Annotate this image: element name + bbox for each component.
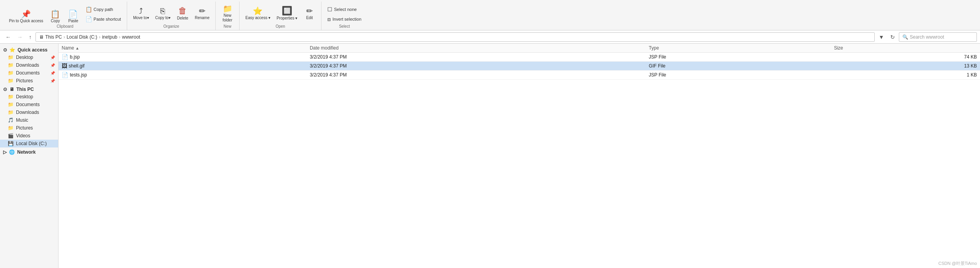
ribbon-section-clipboard: 📌 Pin to Quick access 📋 Copy 📄 Paste 📋 C…	[3, 2, 127, 30]
desktop-folder-icon: 📁	[8, 55, 14, 60]
this-pc-icon: 🖥	[9, 87, 14, 92]
copy-to-label: Copy to▾	[155, 16, 170, 20]
move-to-label: Move to▾	[133, 16, 149, 20]
sidebar-item-documents-pc[interactable]: 📁 Documents	[0, 101, 58, 108]
rename-icon: ✏	[199, 7, 206, 15]
new-folder-icon: 📁	[223, 5, 233, 12]
this-pc-expand-icon: ⊙	[3, 87, 7, 92]
file-name-cell: 📄 b.jsp	[59, 53, 307, 62]
col-name[interactable]: Name ▲	[59, 44, 307, 53]
organize-section-label: Organize	[127, 24, 215, 28]
desktop-quick-label: Desktop	[16, 55, 33, 60]
new-folder-label: Newfolder	[222, 13, 232, 23]
pc-downloads-icon: 📁	[8, 110, 14, 115]
paste-icon: 📄	[68, 10, 78, 18]
downloads-folder-icon: 📁	[8, 62, 14, 68]
sidebar-header-this-pc[interactable]: ⊙ 🖥 This PC	[0, 85, 58, 93]
invert-selection-icon: ⧈	[327, 16, 331, 23]
invert-selection-label: Invert selection	[332, 17, 361, 21]
rename-button[interactable]: ✏ Rename	[192, 3, 212, 24]
refresh-button[interactable]: ↻	[888, 32, 897, 42]
file-icon-testsjsp: 📄	[62, 72, 68, 78]
table-row[interactable]: 📄 b.jsp 3/2/2019 4:37 PM JSP File 74 KB	[59, 53, 980, 62]
documents-folder-icon: 📁	[8, 70, 14, 76]
pc-desktop-icon: 📁	[8, 94, 14, 99]
pc-music-label: Music	[16, 117, 28, 123]
ribbon: 📌 Pin to Quick access 📋 Copy 📄 Paste 📋 C…	[0, 0, 980, 30]
easy-access-button[interactable]: ⭐ Easy access ▾	[243, 3, 273, 24]
delete-button[interactable]: 🗑 Delete	[174, 3, 191, 24]
file-table-header-row: Name ▲ Date modified Type Size	[59, 44, 980, 53]
quick-access-expand-icon: ⊙	[3, 47, 7, 53]
sidebar-item-local-disk[interactable]: 💾 Local Disk (C:)	[0, 140, 58, 147]
table-row[interactable]: 🖼 shell.gif 3/2/2019 4:37 PM GIF File 13…	[59, 62, 980, 71]
address-bar: ← → ↑ 🖥 This PC › Local Disk (C:) › inet…	[0, 30, 980, 44]
properties-button[interactable]: 🔲 Properties ▾	[274, 3, 300, 24]
search-placeholder: Search wwwroot	[910, 34, 944, 40]
sidebar-item-videos-pc[interactable]: 🎬 Videos	[0, 132, 58, 140]
move-to-button[interactable]: ⤴ Move to▾	[130, 3, 152, 24]
move-to-icon: ⤴	[139, 7, 143, 15]
sidebar-item-downloads-quick[interactable]: 📁 Downloads 📌	[0, 61, 58, 69]
copy-to-icon: ⎘	[160, 7, 165, 15]
watermark: CSDN @叶景TiAmo	[938, 261, 977, 266]
copy-path-label: Copy path	[94, 7, 113, 12]
search-box[interactable]: 🔍 Search wwwroot	[899, 32, 977, 42]
sidebar-item-desktop-quick[interactable]: 📁 Desktop 📌	[0, 53, 58, 61]
file-type-testsjsp: JSP File	[646, 71, 831, 80]
file-size-shellgif: 13 KB	[831, 62, 980, 71]
delete-label: Delete	[177, 16, 188, 21]
search-icon: 🔍	[902, 34, 908, 40]
pc-downloads-label: Downloads	[16, 110, 39, 115]
sidebar-item-downloads-pc[interactable]: 📁 Downloads	[0, 108, 58, 116]
sidebar-item-pictures-quick[interactable]: 📁 Pictures 📌	[0, 77, 58, 85]
sidebar-item-desktop-pc[interactable]: 📁 Desktop	[0, 93, 58, 101]
network-icon: 🌐	[9, 149, 15, 155]
col-type[interactable]: Type	[646, 44, 831, 53]
copy-path-button[interactable]: 📋 Copy path	[83, 5, 124, 14]
local-disk-label: Local Disk (C:)	[16, 141, 47, 146]
ribbon-section-open: ⭐ Easy access ▾ 🔲 Properties ▾ ✏ Edit Op…	[240, 2, 321, 30]
sidebar-header-quick-access[interactable]: ⊙ ⭐ Quick access	[0, 45, 58, 53]
file-size-testsjsp: 1 KB	[831, 71, 980, 80]
paste-shortcut-button[interactable]: 📄 Paste shortcut	[83, 14, 124, 24]
file-size-bjsp: 74 KB	[831, 53, 980, 62]
paste-shortcut-label: Paste shortcut	[94, 17, 121, 21]
path-part-4: wwwroot	[122, 34, 140, 40]
desktop-pin-icon: 📌	[50, 55, 55, 60]
select-none-icon: ☐	[327, 6, 332, 12]
new-folder-button[interactable]: 📁 Newfolder	[219, 3, 236, 24]
pc-desktop-label: Desktop	[16, 94, 33, 99]
file-date-testsjsp: 3/2/2019 4:37 PM	[307, 71, 646, 80]
col-date[interactable]: Date modified	[307, 44, 646, 53]
address-path[interactable]: 🖥 This PC › Local Disk (C:) › inetpub › …	[36, 32, 875, 42]
copy-to-button[interactable]: ⎘ Copy to▾	[153, 3, 173, 24]
pictures-folder-icon: 📁	[8, 78, 14, 83]
sidebar-header-network[interactable]: ▷ 🌐 Network	[0, 147, 58, 156]
pc-music-icon: 🎵	[8, 117, 14, 123]
documents-quick-label: Documents	[16, 70, 40, 76]
easy-access-label: Easy access ▾	[245, 16, 270, 20]
col-date-label: Date modified	[310, 45, 339, 51]
sidebar-item-documents-quick[interactable]: 📁 Documents 📌	[0, 69, 58, 77]
edit-button[interactable]: ✏ Edit	[301, 3, 318, 24]
pc-documents-label: Documents	[16, 102, 40, 107]
table-row[interactable]: 📄 tests.jsp 3/2/2019 4:37 PM JSP File 1 …	[59, 71, 980, 80]
pc-documents-icon: 📁	[8, 102, 14, 107]
pin-icon: 📌	[21, 10, 31, 18]
select-none-button[interactable]: ☐ Select none	[325, 5, 364, 14]
pc-videos-icon: 🎬	[8, 133, 14, 138]
file-date-shellgif: 3/2/2019 4:37 PM	[307, 62, 646, 71]
paste-shortcut-icon: 📄	[85, 16, 92, 22]
ribbon-section-organize: ⤴ Move to▾ ⎘ Copy to▾ 🗑 Delete ✏ Rename …	[127, 2, 216, 30]
select-section-label: Select	[321, 24, 367, 28]
address-dropdown-button[interactable]: ▼	[876, 32, 886, 42]
properties-label: Properties ▾	[277, 16, 297, 21]
edit-label: Edit	[306, 16, 313, 20]
file-type-shellgif: GIF File	[646, 62, 831, 71]
sidebar-item-pictures-pc[interactable]: 📁 Pictures	[0, 124, 58, 132]
col-size[interactable]: Size	[831, 44, 980, 53]
network-label: Network	[17, 149, 36, 155]
invert-selection-button[interactable]: ⧈ Invert selection	[325, 14, 364, 24]
sidebar-item-music-pc[interactable]: 🎵 Music	[0, 116, 58, 124]
